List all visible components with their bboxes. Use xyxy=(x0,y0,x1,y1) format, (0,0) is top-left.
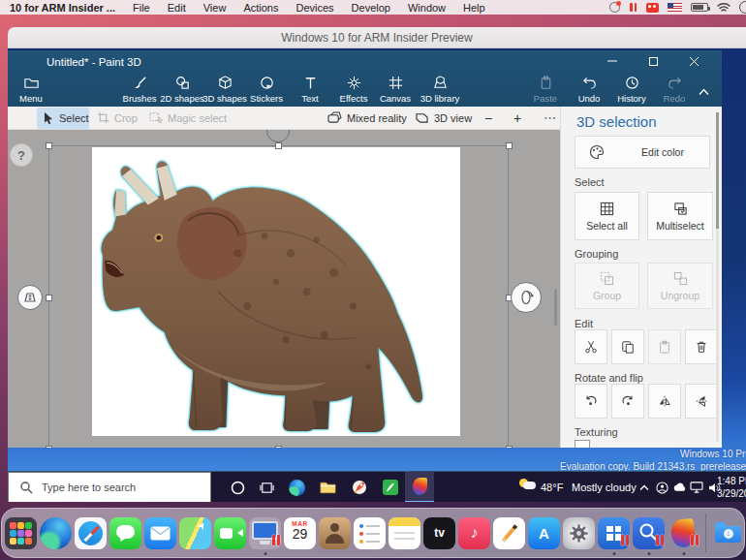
menu-view[interactable]: View xyxy=(203,2,227,14)
menu-window[interactable]: Window xyxy=(408,2,446,14)
zoom-in-button[interactable]: + xyxy=(513,107,521,129)
dock-icon-music[interactable]: ♪ xyxy=(458,517,490,549)
tray-people-button[interactable] xyxy=(653,472,670,502)
pause-icon[interactable] xyxy=(629,2,637,14)
selection-handle[interactable] xyxy=(506,446,513,448)
paint3d-taskbar-button[interactable] xyxy=(405,472,434,502)
tray-network-button[interactable] xyxy=(688,472,705,502)
dock-icon-reminders[interactable] xyxy=(354,517,386,549)
texturing-checkbox[interactable] xyxy=(575,440,590,448)
mixed-reality-tool[interactable]: Mixed reality xyxy=(327,107,407,129)
dock-icon-facetime[interactable] xyxy=(214,517,246,549)
selection-handle[interactable] xyxy=(506,142,513,149)
us-flag-icon[interactable] xyxy=(668,3,682,12)
3d-cube-icon xyxy=(217,75,233,91)
dock-icon-system-preferences[interactable] xyxy=(563,517,595,549)
rotate-y-button[interactable] xyxy=(511,282,542,313)
menu-actions[interactable]: Actions xyxy=(243,2,278,14)
rotation-handle-top[interactable] xyxy=(266,130,290,142)
group-button[interactable]: Group xyxy=(575,263,639,309)
maximize-button[interactable] xyxy=(637,50,669,72)
rotate-right-button[interactable] xyxy=(611,384,644,419)
selection-handle[interactable] xyxy=(275,446,282,448)
dock-icon-calendar[interactable]: MAR 29 xyxy=(284,517,316,549)
weather-description[interactable]: Mostly cloudy xyxy=(572,482,637,493)
dock-icon-maps[interactable] xyxy=(179,517,211,549)
selection-bounding-box[interactable] xyxy=(48,145,509,448)
dock-icon-launchpad[interactable] xyxy=(5,517,37,549)
selection-handle[interactable] xyxy=(46,446,52,448)
parallels-badge-icon xyxy=(619,532,629,549)
taskbar-clock[interactable]: 1:48 PM 3/29/2021 xyxy=(717,475,746,500)
collapse-ribbon-button[interactable] xyxy=(687,81,720,103)
close-button[interactable] xyxy=(677,50,710,72)
dock-icon-mail[interactable] xyxy=(144,517,176,549)
file-explorer-button[interactable] xyxy=(313,472,342,502)
edit-color-button[interactable]: Edit color xyxy=(575,136,710,169)
selection-handle[interactable] xyxy=(275,142,282,149)
dock-icon-downloads[interactable]: ↓ xyxy=(712,517,744,549)
task-view-button[interactable] xyxy=(252,472,281,502)
tray-expand-button[interactable] xyxy=(634,472,655,502)
z-depth-button[interactable] xyxy=(17,285,43,310)
menu-devices[interactable]: Devices xyxy=(295,2,333,14)
delete-button[interactable] xyxy=(685,329,718,364)
minimize-button[interactable] xyxy=(596,50,629,72)
canvas-scrollbar-thumb[interactable] xyxy=(554,289,557,326)
dock-icon-messages[interactable] xyxy=(109,517,141,549)
cortana-button[interactable] xyxy=(223,472,252,502)
selection-handle[interactable] xyxy=(46,142,52,149)
taskbar-search-input[interactable] xyxy=(8,472,211,502)
wifi-icon[interactable] xyxy=(717,2,730,13)
menu-edit[interactable]: Edit xyxy=(168,2,186,14)
multiselect-button[interactable]: Multiselect xyxy=(647,192,713,240)
help-button[interactable]: ? xyxy=(10,143,33,167)
magic-select-tool[interactable]: Magic select xyxy=(149,107,227,129)
panel-scrollbar-thumb[interactable] xyxy=(716,112,719,229)
weather-temp[interactable]: 48°F xyxy=(541,482,563,493)
dock-icon-pages[interactable] xyxy=(493,517,525,549)
dock-icon-appstore[interactable]: A xyxy=(528,517,560,549)
screen-record-icon[interactable] xyxy=(646,3,659,13)
dock-icon-paint3d-vm[interactable] xyxy=(668,517,699,549)
dock-icon-edge[interactable] xyxy=(40,517,72,549)
battery-icon[interactable] xyxy=(691,3,708,12)
menu-file[interactable]: File xyxy=(133,2,150,14)
running-indicator xyxy=(647,552,650,555)
parallels-status-icon[interactable] xyxy=(609,2,620,13)
dock-icon-appletv[interactable]: tv xyxy=(423,517,455,549)
tips-app-button[interactable] xyxy=(345,472,374,502)
cut-button[interactable] xyxy=(575,329,607,364)
menu-develop[interactable]: Develop xyxy=(352,2,390,14)
more-options-button[interactable]: ⋯ xyxy=(544,107,556,129)
rotate-left-button[interactable] xyxy=(575,384,607,419)
dock-icon-notes[interactable] xyxy=(389,517,420,549)
select-all-button[interactable]: Select all xyxy=(575,192,639,240)
dock-icon-contacts[interactable] xyxy=(319,517,351,549)
cortana-icon xyxy=(231,481,245,495)
copy-button[interactable] xyxy=(611,329,644,364)
notes-app-button[interactable] xyxy=(376,472,405,502)
zoom-out-button[interactable]: − xyxy=(484,107,492,129)
ungroup-button[interactable]: Ungroup xyxy=(647,263,713,309)
flip-vertical-button[interactable] xyxy=(685,384,718,419)
spotlight-icon[interactable] xyxy=(739,1,746,14)
flip-horizontal-button[interactable] xyxy=(648,384,681,419)
crop-tool[interactable]: Crop xyxy=(97,107,138,129)
tray-onedrive-button[interactable] xyxy=(670,472,688,502)
selection-handle[interactable] xyxy=(46,295,52,301)
select-tool[interactable]: Select xyxy=(43,107,89,129)
paint3d-canvas-area[interactable]: ? xyxy=(8,130,560,448)
menu-help[interactable]: Help xyxy=(463,2,485,14)
dock-icon-safari[interactable] xyxy=(75,517,107,549)
paste-button[interactable] xyxy=(648,329,681,364)
dock-icon-windows-search-vm[interactable] xyxy=(633,517,665,549)
ribbon-3d-library[interactable]: 3D library xyxy=(413,72,467,107)
menubar-app-name[interactable]: 10 for ARM Insider ... xyxy=(10,2,115,14)
ribbon-menu[interactable]: Menu xyxy=(4,72,58,107)
dock-icon-parallels[interactable] xyxy=(249,517,281,549)
edge-taskbar-button[interactable] xyxy=(282,472,311,502)
dock-icon-windows10-vm[interactable] xyxy=(598,517,630,549)
vm-window-titlebar[interactable]: Windows 10 for ARM Insider Preview xyxy=(8,27,746,48)
3d-view-tool[interactable]: 3D view xyxy=(415,107,472,129)
